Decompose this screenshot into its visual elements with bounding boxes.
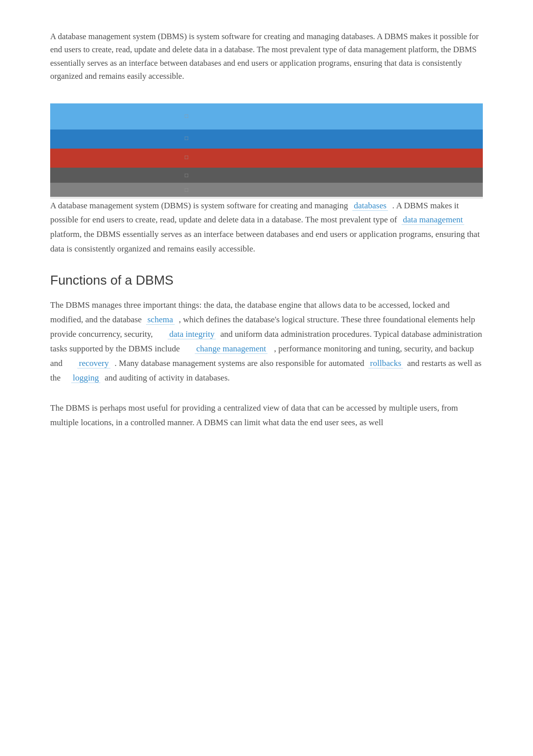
- chart-bar-5: □: [50, 183, 483, 197]
- link-change-management[interactable]: change management: [195, 344, 268, 354]
- chart-tick-2: □: [185, 135, 188, 142]
- link-recovery[interactable]: recovery: [77, 358, 110, 368]
- last-paragraph: The DBMS is perhaps most useful for prov…: [50, 401, 483, 430]
- body-text-part3: platform, the DBMS essentially serves as…: [50, 229, 480, 254]
- functions-text-7: and auditing of activity in databases.: [104, 373, 229, 383]
- chart-tick-5: □: [185, 186, 188, 193]
- chart-bar-1: □: [50, 103, 483, 130]
- chart-bar-4: □: [50, 168, 483, 183]
- chart-tick-4: □: [185, 172, 188, 179]
- functions-heading: Functions of a DBMS: [50, 273, 483, 288]
- link-logging[interactable]: logging: [71, 373, 100, 383]
- chart-bar-2: □: [50, 130, 483, 149]
- chart-section: □ □ □ □ □: [50, 103, 483, 199]
- functions-paragraph: The DBMS manages three important things:…: [50, 298, 483, 385]
- intro-paragraph: A database management system (DBMS) is s…: [50, 30, 483, 83]
- body-text-part1: A database management system (DBMS) is s…: [50, 201, 348, 210]
- chart-bar-3: □: [50, 149, 483, 168]
- functions-text-5: . Many database management systems are a…: [114, 358, 364, 368]
- chart-tick-3: □: [185, 154, 188, 161]
- link-data-integrity[interactable]: data integrity: [168, 329, 216, 339]
- body-text-section: A database management system (DBMS) is s…: [50, 199, 483, 257]
- link-rollbacks[interactable]: rollbacks: [368, 358, 403, 368]
- link-data-management[interactable]: data management: [402, 215, 464, 225]
- link-databases[interactable]: databases: [352, 201, 388, 211]
- chart-tick-1: □: [185, 112, 188, 119]
- link-schema[interactable]: schema: [146, 315, 175, 325]
